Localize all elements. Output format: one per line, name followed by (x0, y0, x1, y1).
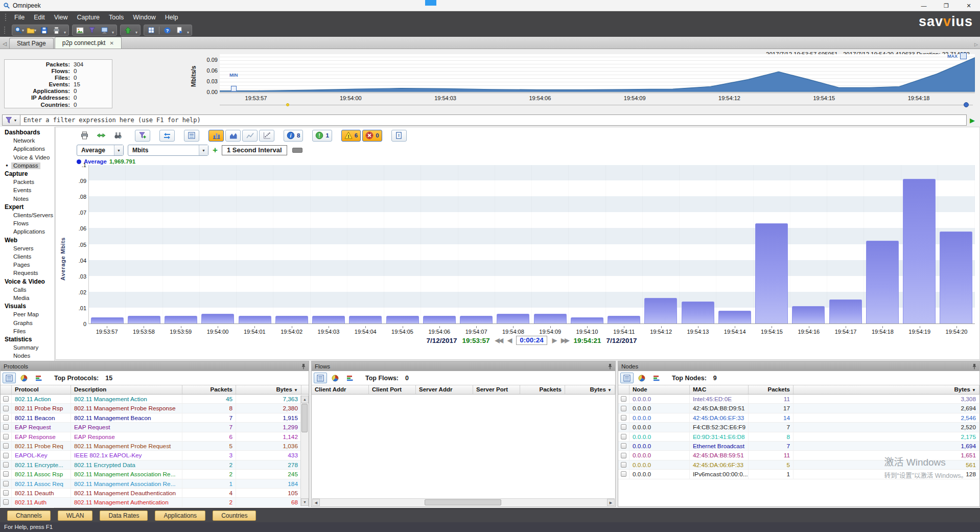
chart-bar[interactable] (829, 299, 862, 323)
upload-button[interactable] (122, 26, 133, 35)
checkbox[interactable] (3, 434, 9, 440)
checkbox[interactable] (621, 396, 626, 402)
menu-item-edit[interactable]: Edit (29, 11, 50, 24)
print-button[interactable] (51, 26, 62, 35)
chart-bar[interactable] (940, 232, 972, 323)
sidebar-item-notes[interactable]: Notes (0, 195, 54, 203)
monitor-button[interactable] (99, 26, 110, 35)
timeline-rail[interactable] (220, 105, 973, 105)
chart-bar[interactable] (128, 316, 160, 324)
toolbar-overflow-icon[interactable]: ▾ (63, 30, 67, 35)
units-select[interactable]: Mbits▼ (128, 145, 208, 156)
view-bar-button[interactable] (650, 373, 663, 383)
toolbar-overflow-icon[interactable]: ▾ (186, 30, 190, 35)
chart-type-line-button[interactable] (242, 130, 258, 142)
column-header-client-addr[interactable]: Client Addr (312, 385, 369, 394)
chart-bar[interactable] (866, 241, 899, 323)
window-panes-button[interactable] (146, 26, 157, 35)
sidebar-item-peer-map[interactable]: Peer Map (0, 310, 54, 318)
dashboard-tab-applications[interactable]: Applications (155, 511, 205, 521)
make-filter-button[interactable] (135, 130, 150, 142)
table-row[interactable]: 0.0.0.042:45:DA:06:EF:33142,546 (618, 413, 979, 423)
table-row[interactable]: EAPOL-KeyIEEE 802.1x EAPOL-Key3433 (1, 451, 309, 460)
checkbox[interactable] (3, 481, 9, 487)
menu-item-tools[interactable]: Tools (104, 11, 128, 24)
table-row[interactable]: 0.0.0.0IPv6mcast:00:00:0...1128 (618, 470, 979, 479)
table-row[interactable]: 802.11 Action802.11 Management Action457… (1, 395, 309, 404)
filter-menu-button[interactable]: ▼ (2, 114, 20, 126)
new-capture-button[interactable]: ▼ (14, 26, 25, 35)
column-header-bytes[interactable]: Bytes ▼ (236, 385, 301, 394)
table-row[interactable]: 0.0.0.042:45:DA:B8:D9:51172,694 (618, 404, 979, 413)
sidebar-item-servers[interactable]: Servers (0, 244, 54, 252)
table-row[interactable]: 802.11 Beacon802.11 Management Beacon71,… (1, 413, 309, 423)
chart-bar[interactable] (201, 314, 234, 323)
view-details-button[interactable] (314, 373, 327, 383)
column-header-node[interactable]: Node (629, 385, 690, 394)
checkbox[interactable] (621, 415, 626, 421)
toolbar-overflow-icon[interactable]: ▾ (134, 30, 138, 35)
chart-bar[interactable] (497, 314, 529, 323)
chart-bar[interactable] (460, 316, 493, 324)
checkbox[interactable] (621, 424, 626, 430)
table-row[interactable]: 802.11 Probe Rsp802.11 Management Probe … (1, 404, 309, 413)
legend-series-name[interactable]: Average (84, 158, 107, 165)
column-header-bytes[interactable]: Bytes ▼ (565, 385, 615, 394)
chart-bar[interactable] (275, 316, 308, 324)
sidebar-item-files[interactable]: Files (0, 327, 54, 335)
maximize-button[interactable]: ❐ (935, 0, 958, 11)
checkbox[interactable] (3, 453, 9, 458)
scroll-down-icon[interactable]: ▼ (301, 498, 309, 506)
chevron-down-icon[interactable]: ▼ (199, 145, 208, 155)
table-row[interactable]: 802.11 Deauth802.11 Management Deauthent… (1, 489, 309, 498)
expand-icon[interactable]: ▷ (974, 42, 978, 47)
tab-p2p-connect[interactable]: p2p connect.pkt✕ (55, 37, 122, 49)
column-header-client-port[interactable]: Client Port (369, 385, 416, 394)
timeline-max-marker[interactable] (960, 53, 967, 59)
statistic-select[interactable]: Average▼ (77, 145, 124, 156)
sidebar-item-flows[interactable]: Flows (0, 219, 54, 227)
timeline-slider-handle[interactable] (964, 102, 969, 107)
chart-bar[interactable] (903, 179, 936, 323)
view-details-button[interactable] (3, 373, 16, 383)
sidebar-item-calls[interactable]: Calls (0, 286, 54, 294)
start-page-button[interactable] (174, 26, 185, 35)
nav-window-duration[interactable]: 0:00:24 (516, 336, 547, 345)
filter-settings-button[interactable] (86, 26, 98, 35)
help-button[interactable]: ? (161, 26, 173, 35)
timeline-min-marker[interactable] (231, 86, 237, 91)
checkbox[interactable] (3, 499, 9, 505)
checkbox[interactable] (3, 406, 9, 411)
table-row[interactable]: 802.11 Encrypte...802.11 Encrypted Data2… (1, 460, 309, 470)
sidebar-item-pages[interactable]: Pages (0, 261, 54, 269)
horizontal-scrollbar[interactable]: ◀▶ (312, 498, 615, 506)
chart-type-area-button[interactable] (225, 130, 241, 142)
nodes-table-header[interactable]: NodeMACPacketsBytes ▼ (618, 385, 979, 395)
sidebar-item-requests[interactable]: Requests (0, 269, 54, 277)
menu-item-view[interactable]: View (50, 11, 73, 24)
column-header-packets[interactable]: Packets (749, 385, 794, 394)
sidebar-item-media[interactable]: Media (0, 294, 54, 302)
notice-events-button[interactable]: !1 (312, 130, 332, 142)
checkbox[interactable] (3, 462, 9, 468)
column-header-packets[interactable]: Packets (520, 385, 565, 394)
table-row[interactable]: 0.0.0.042:45:DA:B8:59:51111,651 (618, 451, 979, 460)
table-row[interactable]: 802.11 Assoc Rsp802.11 Management Associ… (1, 470, 309, 479)
chart-bar[interactable] (682, 302, 714, 324)
compass-bar-chart[interactable] (88, 165, 975, 324)
sidebar-item-nodes[interactable]: Nodes (0, 352, 54, 360)
protocols-table-header[interactable]: ProtocolDescriptionPacketsBytes ▼ (1, 385, 309, 395)
view-details-button[interactable] (620, 373, 634, 383)
menu-item-capture[interactable]: Capture (73, 11, 104, 24)
chart-type-bar-button[interactable] (208, 130, 224, 142)
table-row[interactable]: 0.0.0.0Ethernet Broadcast71,694 (618, 442, 979, 451)
scrollbar-thumb[interactable] (301, 404, 308, 432)
error-events-button[interactable]: 0 (362, 130, 382, 142)
sidebar-item-graphs[interactable]: Graphs (0, 319, 54, 327)
sidebar-item-applications[interactable]: Applications (0, 145, 54, 153)
chart-bar[interactable] (755, 223, 788, 323)
swap-direction-button[interactable] (159, 130, 175, 142)
sidebar-item-compass[interactable]: ●Compass (0, 161, 54, 170)
filter-expression-input[interactable] (20, 114, 967, 126)
checkbox[interactable] (621, 462, 626, 468)
